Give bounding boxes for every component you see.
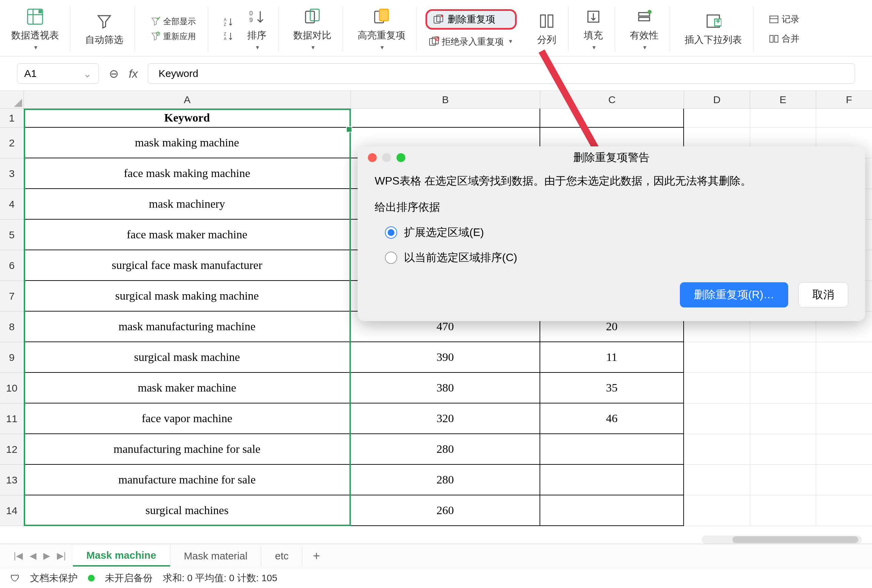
sheet-tab[interactable]: Mask material bbox=[170, 546, 262, 566]
cell[interactable] bbox=[750, 404, 816, 434]
cell[interactable] bbox=[816, 495, 872, 526]
cell[interactable]: 260 bbox=[351, 495, 540, 526]
cell[interactable] bbox=[816, 109, 872, 128]
cell[interactable]: 320 bbox=[351, 404, 540, 434]
merge-button[interactable]: 合并 bbox=[765, 32, 803, 46]
row-header[interactable]: 1 bbox=[0, 109, 24, 128]
next-sheet-icon[interactable]: ▶ bbox=[43, 550, 50, 561]
horizontal-scrollbar[interactable] bbox=[702, 536, 862, 544]
cell[interactable]: 46 bbox=[540, 404, 684, 434]
cell[interactable] bbox=[684, 495, 750, 526]
cell[interactable]: 380 bbox=[351, 373, 540, 404]
confirm-button[interactable]: 删除重复项(R)… bbox=[680, 282, 788, 308]
cell[interactable] bbox=[540, 434, 684, 465]
sort-button[interactable]: 09 排序 ▼ bbox=[244, 6, 270, 52]
remove-duplicates-button[interactable]: 删除重复项 bbox=[425, 9, 517, 30]
cell[interactable] bbox=[684, 434, 750, 465]
cell[interactable] bbox=[684, 109, 750, 128]
column-header[interactable]: F bbox=[816, 91, 872, 109]
cell[interactable]: surgical mask machine bbox=[24, 342, 351, 373]
cell[interactable]: surgical face mask manufacturer bbox=[24, 250, 351, 281]
cell[interactable] bbox=[816, 373, 872, 404]
cell[interactable]: manufacturing machine for sale bbox=[24, 434, 351, 465]
cell[interactable]: 11 bbox=[540, 342, 684, 373]
row-header[interactable]: 11 bbox=[0, 404, 24, 434]
cell[interactable]: 35 bbox=[540, 373, 684, 404]
cell[interactable] bbox=[684, 404, 750, 434]
row-header[interactable]: 5 bbox=[0, 220, 24, 250]
show-all-button[interactable]: 全部显示 bbox=[147, 15, 199, 28]
autofilter-button[interactable]: 自动筛选 bbox=[83, 10, 126, 48]
cancel-button[interactable]: 取消 bbox=[798, 282, 848, 308]
cell[interactable] bbox=[684, 465, 750, 495]
last-sheet-icon[interactable]: ▶| bbox=[57, 550, 66, 561]
data-compare-button[interactable]: 数据对比 ▼ bbox=[291, 6, 334, 52]
cell[interactable] bbox=[816, 342, 872, 373]
row-header[interactable]: 14 bbox=[0, 495, 24, 526]
row-header[interactable]: 13 bbox=[0, 465, 24, 495]
cell[interactable] bbox=[750, 465, 816, 495]
cell[interactable] bbox=[750, 342, 816, 373]
cell[interactable]: surgical mask making machine bbox=[24, 281, 351, 312]
cell[interactable]: Keyword bbox=[24, 109, 351, 128]
formula-input[interactable]: Keyword bbox=[148, 63, 855, 84]
reapply-button[interactable]: 重新应用 bbox=[147, 30, 199, 43]
cell[interactable] bbox=[816, 465, 872, 495]
sheet-tab[interactable]: Mask machine bbox=[73, 546, 170, 567]
sheet-tab[interactable]: etc bbox=[261, 546, 302, 566]
cell[interactable] bbox=[750, 495, 816, 526]
cell[interactable]: mask machinery bbox=[24, 189, 351, 220]
cell[interactable] bbox=[540, 109, 684, 128]
radio-expand-selection[interactable]: 扩展选定区域(E) bbox=[385, 225, 848, 240]
cell[interactable]: manufacture machine for sale bbox=[24, 465, 351, 495]
column-header[interactable]: C bbox=[540, 91, 684, 109]
column-header[interactable]: E bbox=[750, 91, 816, 109]
row-header[interactable]: 3 bbox=[0, 158, 24, 189]
row-header[interactable]: 2 bbox=[0, 128, 24, 158]
cell-reference-box[interactable]: A1 ⌄ bbox=[17, 63, 99, 84]
cell[interactable]: 280 bbox=[351, 434, 540, 465]
cell[interactable]: face mask maker machine bbox=[24, 220, 351, 250]
column-header[interactable]: A bbox=[24, 91, 351, 109]
cell[interactable] bbox=[684, 342, 750, 373]
insert-dropdown-button[interactable]: 插入下拉列表 bbox=[682, 10, 744, 48]
validity-button[interactable]: 有效性 ▼ bbox=[627, 6, 661, 52]
cell[interactable] bbox=[351, 109, 540, 128]
add-sheet-button[interactable]: + bbox=[302, 549, 330, 563]
select-all-corner[interactable] bbox=[0, 91, 24, 109]
cell[interactable] bbox=[816, 434, 872, 465]
row-header[interactable]: 10 bbox=[0, 373, 24, 404]
radio-current-selection[interactable]: 以当前选定区域排序(C) bbox=[385, 250, 848, 265]
cell[interactable]: mask maker machine bbox=[24, 373, 351, 404]
cell[interactable]: 390 bbox=[351, 342, 540, 373]
pivot-table-button[interactable]: 数据透视表 ▼ bbox=[9, 6, 62, 52]
cell[interactable] bbox=[540, 465, 684, 495]
zoom-out-icon[interactable]: ⊖ bbox=[109, 67, 119, 80]
highlight-dup-button[interactable]: 高亮重复项 ▼ bbox=[355, 6, 408, 52]
prev-sheet-icon[interactable]: ◀ bbox=[30, 550, 36, 561]
cell[interactable] bbox=[816, 404, 872, 434]
fill-button[interactable]: 填充 ▼ bbox=[581, 6, 606, 52]
close-button[interactable] bbox=[368, 153, 377, 162]
cell[interactable]: mask making machine bbox=[24, 128, 351, 158]
cell[interactable] bbox=[750, 373, 816, 404]
split-column-button[interactable]: 分列 bbox=[534, 10, 560, 48]
row-header[interactable]: 12 bbox=[0, 434, 24, 465]
cell[interactable]: 280 bbox=[351, 465, 540, 495]
cell[interactable]: face vapor machine bbox=[24, 404, 351, 434]
fx-icon[interactable]: fx bbox=[129, 67, 138, 80]
row-header[interactable]: 4 bbox=[0, 189, 24, 220]
cell[interactable]: surgical machines bbox=[24, 495, 351, 526]
cell[interactable] bbox=[540, 495, 684, 526]
row-header[interactable]: 7 bbox=[0, 281, 24, 312]
cell[interactable] bbox=[750, 434, 816, 465]
row-header[interactable]: 9 bbox=[0, 342, 24, 373]
cell[interactable]: mask manufacturing machine bbox=[24, 312, 351, 342]
cell[interactable]: face mask making machine bbox=[24, 158, 351, 189]
column-header[interactable]: B bbox=[351, 91, 540, 109]
record-button[interactable]: 记录 bbox=[765, 12, 803, 27]
sort-asc-button[interactable]: AZ bbox=[220, 15, 237, 28]
cell[interactable] bbox=[750, 109, 816, 128]
reject-dup-button[interactable]: 拒绝录入重复项 ▼ bbox=[425, 34, 517, 49]
maximize-button[interactable] bbox=[396, 153, 405, 162]
